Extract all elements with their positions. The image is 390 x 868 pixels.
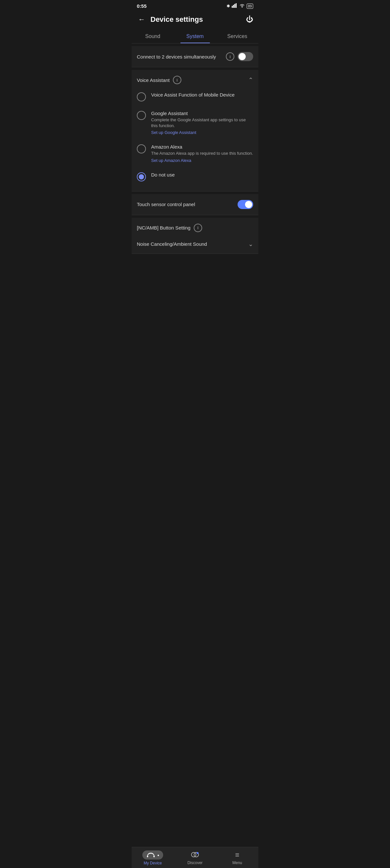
ncamb-header: [NC/AMB] Button Setting i bbox=[132, 218, 258, 236]
separator-3 bbox=[132, 191, 258, 194]
va-option-alexa-desc: The Amazon Alexa app is required to use … bbox=[151, 151, 253, 156]
connect-section: Connect to 2 devices simultaneously i bbox=[132, 46, 258, 67]
svg-rect-1 bbox=[233, 5, 234, 8]
ncamb-chevron-down-icon[interactable]: ⌄ bbox=[248, 241, 253, 248]
va-option-none[interactable]: Do not use bbox=[137, 167, 253, 186]
touch-sensor-label: Touch sensor control panel bbox=[137, 202, 195, 207]
va-setup-google-link[interactable]: Set up Google Assistant bbox=[151, 130, 253, 135]
touch-sensor-section: Touch sensor control panel bbox=[132, 194, 258, 215]
status-icons: ✱ 89 bbox=[227, 3, 253, 9]
status-bar: 0:55 ✱ 89 bbox=[132, 0, 258, 11]
svg-point-4 bbox=[241, 6, 242, 7]
tab-sound[interactable]: Sound bbox=[132, 29, 174, 43]
app-header: ← Device settings ⏻ bbox=[132, 11, 258, 29]
va-option-mobile[interactable]: Voice Assist Function of Mobile Device bbox=[137, 88, 253, 106]
power-button[interactable]: ⏻ bbox=[246, 15, 253, 24]
connect-toggle-knob bbox=[238, 53, 246, 60]
separator-2 bbox=[132, 67, 258, 70]
wifi-icon bbox=[239, 3, 245, 9]
tab-services[interactable]: Services bbox=[216, 29, 258, 43]
connect-toggle[interactable] bbox=[237, 52, 253, 61]
ncamb-info-button[interactable]: i bbox=[194, 224, 202, 232]
va-title: Voice Assistant bbox=[137, 78, 170, 83]
va-radio-none[interactable] bbox=[137, 172, 146, 181]
ncamb-title: [NC/AMB] Button Setting bbox=[137, 225, 190, 230]
signal-icon bbox=[232, 3, 237, 9]
va-option-alexa[interactable]: Amazon Alexa The Amazon Alexa app is req… bbox=[137, 140, 253, 167]
tab-bar: Sound System Services bbox=[132, 29, 258, 43]
va-title-row: Voice Assistant i bbox=[137, 76, 181, 84]
va-option-none-content: Do not use bbox=[151, 172, 253, 179]
va-option-mobile-content: Voice Assist Function of Mobile Device bbox=[151, 92, 253, 98]
ncamb-dropdown-label: Noise Canceling/Ambient Sound bbox=[137, 241, 207, 247]
connect-actions: i bbox=[226, 52, 253, 61]
va-option-google-desc: Complete the Google Assistant app settin… bbox=[151, 117, 253, 129]
va-radio-google[interactable] bbox=[137, 111, 146, 120]
va-radio-none-fill bbox=[139, 174, 144, 180]
back-button[interactable]: ← bbox=[137, 14, 147, 25]
va-option-none-label: Do not use bbox=[151, 172, 253, 178]
va-radio-mobile[interactable] bbox=[137, 92, 146, 101]
va-option-google-label: Google Assistant bbox=[151, 111, 253, 116]
separator-4 bbox=[132, 215, 258, 218]
connect-label: Connect to 2 devices simultaneously bbox=[137, 54, 216, 60]
va-option-alexa-content: Amazon Alexa The Amazon Alexa app is req… bbox=[151, 144, 253, 162]
va-header: Voice Assistant i ⌃ bbox=[132, 70, 258, 88]
section-separator bbox=[132, 43, 258, 46]
va-option-google-content: Google Assistant Complete the Google Ass… bbox=[151, 111, 253, 135]
svg-rect-3 bbox=[236, 3, 237, 8]
va-option-google[interactable]: Google Assistant Complete the Google Ass… bbox=[137, 106, 253, 140]
va-option-alexa-label: Amazon Alexa bbox=[151, 144, 253, 150]
va-radio-alexa[interactable] bbox=[137, 144, 146, 153]
battery-icon: 89 bbox=[247, 4, 253, 9]
va-info-button[interactable]: i bbox=[173, 76, 181, 84]
va-option-mobile-label: Voice Assist Function of Mobile Device bbox=[151, 92, 253, 97]
va-radio-list: Voice Assist Function of Mobile Device G… bbox=[132, 88, 258, 191]
tab-system[interactable]: System bbox=[174, 29, 216, 43]
touch-sensor-toggle-knob bbox=[245, 201, 252, 208]
connect-info-button[interactable]: i bbox=[226, 52, 234, 61]
svg-rect-2 bbox=[234, 4, 235, 8]
status-time: 0:55 bbox=[137, 3, 147, 9]
voice-assistant-section: Voice Assistant i ⌃ Voice Assist Functio… bbox=[132, 70, 258, 191]
ncamb-section: [NC/AMB] Button Setting i Noise Cancelin… bbox=[132, 218, 258, 254]
bluetooth-icon: ✱ bbox=[227, 4, 230, 8]
ncamb-dropdown[interactable]: Noise Canceling/Ambient Sound ⌄ bbox=[132, 236, 258, 254]
va-setup-alexa-link[interactable]: Set up Amazon Alexa bbox=[151, 158, 253, 163]
va-collapse-button[interactable]: ⌃ bbox=[248, 76, 253, 84]
svg-rect-0 bbox=[232, 6, 233, 8]
touch-sensor-toggle[interactable] bbox=[237, 200, 253, 209]
page-title: Device settings bbox=[151, 15, 246, 24]
